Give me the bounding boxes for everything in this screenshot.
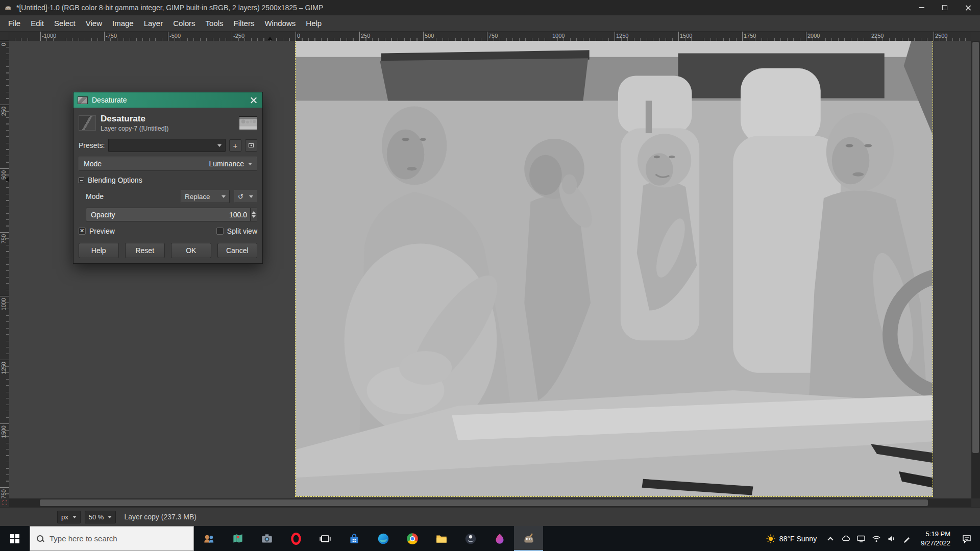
- sun-icon: [766, 534, 775, 543]
- dialog-titlebar[interactable]: Desaturate: [74, 92, 262, 108]
- h-ruler-label: -750: [104, 33, 117, 39]
- vertical-scrollbar[interactable]: [971, 41, 980, 498]
- tray-cloud[interactable]: [838, 526, 853, 551]
- opacity-slider[interactable]: Opacity 100.0: [86, 208, 257, 221]
- preview-checkbox[interactable]: Preview: [79, 227, 115, 235]
- opacity-value: 100.0: [229, 211, 250, 219]
- blending-options-expander[interactable]: Blending Options: [79, 175, 257, 185]
- taskbar-app-task-view[interactable]: [310, 526, 339, 551]
- taskbar-app-gimp[interactable]: [514, 526, 543, 551]
- quick-mask-toggle[interactable]: [0, 498, 9, 507]
- start-button[interactable]: [0, 526, 30, 551]
- action-center-button[interactable]: [957, 534, 977, 544]
- menu-item-select[interactable]: Select: [49, 16, 81, 31]
- blend-space-dropdown[interactable]: ↺: [234, 190, 257, 203]
- clock-time: 5:19 PM: [926, 530, 950, 539]
- menu-item-filters[interactable]: Filters: [229, 16, 260, 31]
- horizontal-scrollbar-thumb[interactable]: [40, 499, 928, 506]
- menu-item-layer[interactable]: Layer: [139, 16, 168, 31]
- menu-item-file[interactable]: File: [3, 16, 26, 31]
- opacity-spinner[interactable]: [250, 208, 257, 221]
- zoom-dropdown[interactable]: 50 %: [85, 511, 116, 523]
- layer-thumbnail: [79, 115, 96, 131]
- split-view-checkbox[interactable]: Split view: [216, 227, 257, 235]
- taskbar-app-camera[interactable]: [252, 526, 281, 551]
- menu-item-windows[interactable]: Windows: [259, 16, 301, 31]
- blend-space-swap-icon: ↺: [238, 193, 243, 200]
- maximize-button[interactable]: [933, 0, 957, 15]
- chevron-down-icon: [248, 163, 252, 165]
- edge-icon: [377, 532, 390, 545]
- hidden-icons-button[interactable]: [823, 526, 838, 551]
- menu-bar: FileEditSelectViewImageLayerColorsToolsF…: [0, 15, 980, 32]
- taskbar-search[interactable]: [30, 526, 194, 551]
- tray-network[interactable]: [869, 526, 884, 551]
- menu-item-image[interactable]: Image: [107, 16, 139, 31]
- blend-mode-dropdown[interactable]: Replace: [181, 190, 230, 203]
- horizontal-scrollbar[interactable]: [9, 498, 971, 507]
- manage-presets-button[interactable]: [245, 139, 257, 152]
- maps-icon: [231, 532, 244, 545]
- tray-volume[interactable]: [884, 526, 899, 551]
- taskbar-app-edge[interactable]: [369, 526, 398, 551]
- h-ruler-label: 2500: [934, 33, 947, 39]
- split-view-label: Split view: [227, 227, 257, 235]
- opacity-label: Opacity: [91, 211, 115, 219]
- h-ruler-label: 2000: [806, 33, 820, 39]
- quick-mask-icon: [3, 500, 7, 505]
- menu-item-tools[interactable]: Tools: [201, 16, 229, 31]
- dialog-close-icon[interactable]: [250, 96, 257, 104]
- taskbar-app-store[interactable]: [339, 526, 369, 551]
- close-button[interactable]: [957, 0, 980, 15]
- reset-button[interactable]: Reset: [125, 243, 165, 258]
- chrome-icon: [406, 532, 419, 545]
- taskbar-app-paint3d[interactable]: [485, 526, 514, 551]
- desaturate-mode-dropdown[interactable]: Mode Luminance: [79, 157, 257, 171]
- weather-text: 88°F Sunny: [779, 535, 817, 543]
- menu-item-edit[interactable]: Edit: [26, 16, 49, 31]
- gimp-icon: [522, 532, 535, 545]
- mode-label: Mode: [84, 160, 102, 168]
- tray-display[interactable]: [853, 526, 869, 551]
- blend-mode-label: Mode: [86, 192, 104, 201]
- collapse-icon: [79, 178, 84, 183]
- canvas-image[interactable]: [296, 41, 933, 496]
- v-ruler-label: 250: [1, 107, 7, 116]
- paint-3d-icon: [493, 532, 506, 545]
- ok-button[interactable]: OK: [171, 243, 211, 258]
- menu-item-help[interactable]: Help: [301, 16, 327, 31]
- navigation-corner-button[interactable]: [971, 498, 980, 507]
- minimize-button[interactable]: [910, 0, 933, 15]
- checkbox-unchecked-icon: [216, 228, 224, 235]
- chevron-down-icon: [72, 516, 77, 518]
- taskbar-app-file-explorer[interactable]: [427, 526, 456, 551]
- save-preset-button[interactable]: +: [229, 139, 241, 152]
- blend-mode-value: Replace: [185, 193, 210, 201]
- window-titlebar[interactable]: *[Untitled]-1.0 (RGB color 8-bit gamma i…: [0, 0, 980, 15]
- vertical-ruler[interactable]: 02505007501000125015001750: [0, 41, 9, 498]
- status-bar: px 50 % Layer copy (237.3 MB): [0, 507, 980, 526]
- v-ruler-label: 1250: [1, 362, 7, 374]
- cloud-icon: [841, 534, 850, 543]
- taskbar-app-maps[interactable]: [223, 526, 252, 551]
- unit-dropdown[interactable]: px: [57, 511, 81, 523]
- v-ruler-label: 750: [1, 234, 7, 243]
- horizontal-ruler[interactable]: -1000-750-500-25002505007501000125015001…: [9, 32, 971, 41]
- taskbar-app-opera[interactable]: [281, 526, 310, 551]
- taskbar-app-chrome[interactable]: [398, 526, 427, 551]
- menu-item-view[interactable]: View: [81, 16, 107, 31]
- taskbar-clock[interactable]: 5:19 PM 9/27/2022: [915, 530, 957, 547]
- search-input[interactable]: [50, 534, 187, 543]
- h-ruler-label: 750: [487, 33, 498, 39]
- tray-pen[interactable]: [899, 526, 915, 551]
- taskbar-weather[interactable]: 88°F Sunny: [760, 534, 823, 543]
- vertical-scrollbar-thumb[interactable]: [972, 42, 979, 453]
- menu-item-colors[interactable]: Colors: [168, 16, 200, 31]
- help-button[interactable]: Help: [79, 243, 119, 258]
- taskbar-app-people[interactable]: [194, 526, 223, 551]
- import-preset-icon: [249, 143, 254, 147]
- cancel-button[interactable]: Cancel: [217, 243, 258, 258]
- presets-dropdown[interactable]: [108, 139, 226, 152]
- taskbar-app-obs[interactable]: [456, 526, 485, 551]
- camera-icon: [260, 532, 274, 545]
